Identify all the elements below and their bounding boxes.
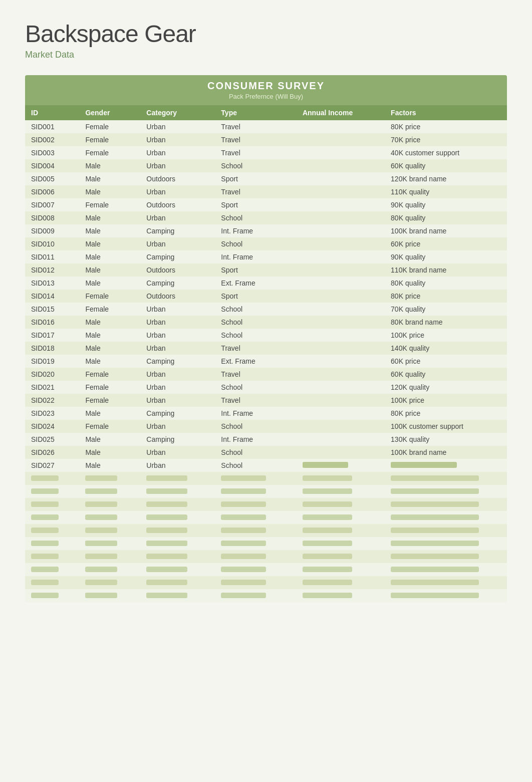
- table-cell-income: [297, 316, 385, 329]
- table-cell-factors: 60K quality: [385, 368, 507, 381]
- table-cell-blurred: [25, 576, 79, 589]
- table-cell-type: School: [215, 329, 297, 342]
- table-cell-factors: 80K price: [385, 290, 507, 303]
- table-cell-blurred: [297, 576, 385, 589]
- table-cell-factors: 60K quality: [385, 159, 507, 172]
- table-cell-blurred: [25, 537, 79, 550]
- table-cell-blurred: [140, 498, 215, 511]
- table-cell-blurred: [79, 472, 140, 485]
- table-cell-gender: Male: [79, 446, 140, 459]
- table-cell-gender: Male: [79, 237, 140, 250]
- table-cell-income: [297, 303, 385, 316]
- table-cell-factors: 120K quality: [385, 381, 507, 394]
- table-cell-blurred: [215, 550, 297, 563]
- table-cell-blurred: [385, 537, 507, 550]
- table-cell-blurred: [25, 563, 79, 576]
- table-cell-id: SID001: [25, 120, 79, 133]
- table-main-title: CONSUMER SURVEY: [25, 80, 507, 92]
- table-cell-id: SID009: [25, 224, 79, 237]
- table-cell-gender: Female: [79, 420, 140, 433]
- table-cell-type: School: [215, 420, 297, 433]
- table-cell-category: Urban: [140, 185, 215, 198]
- table-row: SID010MaleUrbanSchool60K price: [25, 237, 507, 250]
- table-row: SID012MaleOutdoorsSport110K brand name: [25, 264, 507, 277]
- table-cell-factors: 100K customer support: [385, 420, 507, 433]
- table-cell-blurred: [297, 524, 385, 537]
- table-cell-blurred: [79, 537, 140, 550]
- table-cell-gender: Male: [79, 342, 140, 355]
- table-cell-blurred: [79, 511, 140, 524]
- table-cell-factors: 80K price: [385, 407, 507, 420]
- table-row: SID009MaleCampingInt. Frame100K brand na…: [25, 224, 507, 237]
- table-cell-type: School: [215, 381, 297, 394]
- table-cell-category: Outdoors: [140, 172, 215, 185]
- table-cell-income: [297, 198, 385, 211]
- table-cell-id: SID024: [25, 420, 79, 433]
- table-cell-type: Int. Frame: [215, 433, 297, 446]
- table-cell-income: [297, 185, 385, 198]
- table-cell-type: Int. Frame: [215, 250, 297, 264]
- table-cell-category: Camping: [140, 355, 215, 368]
- table-cell-gender: Female: [79, 146, 140, 159]
- table-cell-id: SID014: [25, 290, 79, 303]
- table-row-blurred: [25, 498, 507, 511]
- table-row: SID014FemaleOutdoorsSport80K price: [25, 290, 507, 303]
- table-cell-factors: 110K quality: [385, 185, 507, 198]
- table-cell-factors: 110K brand name: [385, 264, 507, 277]
- table-cell-type: Int. Frame: [215, 224, 297, 237]
- table-cell-blurred: [215, 589, 297, 602]
- table-cell-blurred: [297, 485, 385, 498]
- table-cell-factors: 80K quality: [385, 277, 507, 290]
- table-cell-income: [297, 381, 385, 394]
- table-cell-factors: 80K brand name: [385, 316, 507, 329]
- table-cell-category: Urban: [140, 159, 215, 172]
- table-header-row: ID Gender Category Type Annual Income Fa…: [25, 105, 507, 120]
- table-cell-income: [297, 133, 385, 146]
- table-cell-category: Outdoors: [140, 264, 215, 277]
- table-cell-income: [297, 120, 385, 133]
- table-cell-id: SID021: [25, 381, 79, 394]
- table-cell-id: SID008: [25, 211, 79, 224]
- table-cell-blurred: [385, 589, 507, 602]
- table-cell-blurred: [297, 511, 385, 524]
- table-cell-blurred: [297, 563, 385, 576]
- table-row: SID021FemaleUrbanSchool120K quality: [25, 381, 507, 394]
- table-row: SID013MaleCampingExt. Frame80K quality: [25, 277, 507, 290]
- table-cell-factors: 80K price: [385, 120, 507, 133]
- table-row: SID017MaleUrbanSchool100K price: [25, 329, 507, 342]
- table-cell-blurred: [25, 589, 79, 602]
- table-row-blurred: [25, 576, 507, 589]
- table-cell-income: [297, 290, 385, 303]
- table-cell-category: Urban: [140, 303, 215, 316]
- table-row-blurred: [25, 472, 507, 485]
- table-cell-blurred: [79, 498, 140, 511]
- table-cell-income: [297, 368, 385, 381]
- table-cell-income: [297, 224, 385, 237]
- table-cell-factors: 70K quality: [385, 303, 507, 316]
- table-cell-gender: Male: [79, 407, 140, 420]
- table-cell: School: [215, 459, 297, 472]
- table-cell-income: [297, 394, 385, 407]
- table-row: SID025MaleCampingInt. Frame130K quality: [25, 433, 507, 446]
- col-header-category: Category: [140, 105, 215, 120]
- table-cell-category: Outdoors: [140, 198, 215, 211]
- table-row: SID024FemaleUrbanSchool100K customer sup…: [25, 420, 507, 433]
- table-cell: SID027: [25, 459, 79, 472]
- table-cell-income: [297, 264, 385, 277]
- table-cell-blurred: [385, 472, 507, 485]
- table-cell-gender: Female: [79, 290, 140, 303]
- table-cell-blurred: [25, 550, 79, 563]
- table-cell-category: Urban: [140, 316, 215, 329]
- table-cell-income: [297, 433, 385, 446]
- table-row-blurred: [25, 524, 507, 537]
- table-header-section: CONSUMER SURVEY Pack Prefernce (Will Buy…: [25, 75, 507, 105]
- table-cell-category: Outdoors: [140, 290, 215, 303]
- table-cell-type: Travel: [215, 342, 297, 355]
- page-subtitle: Market Data: [25, 50, 507, 60]
- table-cell-factors: 120K brand name: [385, 172, 507, 185]
- table-cell-type: Sport: [215, 264, 297, 277]
- table-cell-id: SID020: [25, 368, 79, 381]
- table-cell-type: School: [215, 316, 297, 329]
- table-cell-blurred: [79, 485, 140, 498]
- table-cell-type: Sport: [215, 290, 297, 303]
